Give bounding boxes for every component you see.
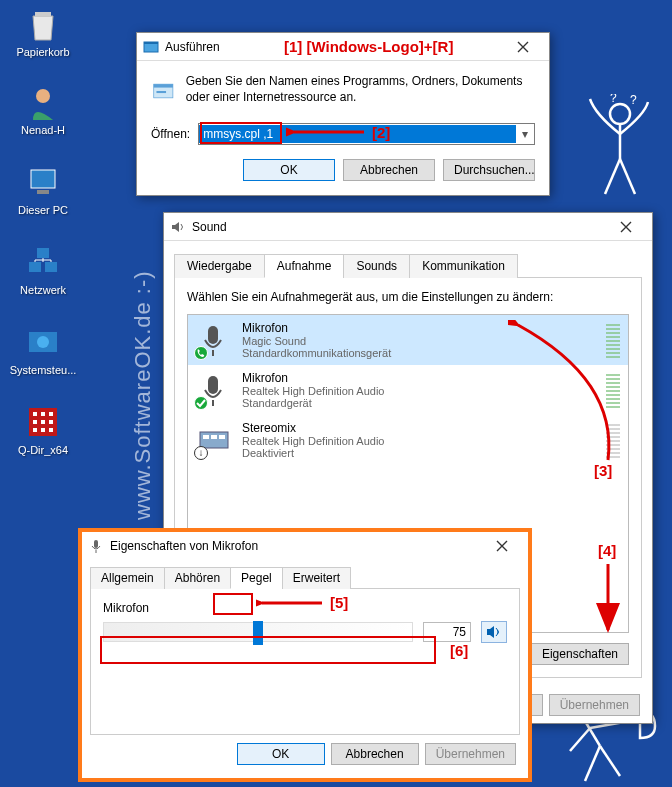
svg-rect-4 [29,262,41,272]
down-badge-icon: ↓ [194,446,208,460]
chevron-down-icon[interactable]: ▾ [516,127,534,141]
desktop-icon-netzwerk[interactable]: Netzwerk [8,242,78,296]
svg-rect-10 [33,412,37,416]
svg-rect-20 [144,42,158,44]
properties-button[interactable]: Eigenschaften [531,643,629,665]
run-description: Geben Sie den Namen eines Programms, Ord… [186,73,535,105]
svg-line-47 [570,728,590,751]
svg-point-8 [37,336,49,348]
sound-titlebar[interactable]: Sound [164,213,652,241]
desktop-icon-q-dir_x64[interactable]: Q-Dir_x64 [8,402,78,456]
speaker-icon [170,219,186,235]
svg-rect-32 [94,540,98,548]
close-icon[interactable] [606,214,646,240]
svg-rect-5 [45,262,57,272]
tab-wiedergabe[interactable]: Wiedergabe [174,254,265,278]
svg-rect-29 [203,435,209,439]
desktop-icon-dieser-pc[interactable]: Dieser PC [8,162,78,216]
apply-button[interactable]: Übernehmen [425,743,516,765]
apply-button[interactable]: Übernehmen [549,694,640,716]
properties-dialog: Eigenschaften von Mikrofon AllgemeinAbhö… [82,532,528,778]
slider-thumb[interactable] [253,621,263,645]
tab-allgemein[interactable]: Allgemein [90,567,165,589]
svg-rect-16 [33,428,37,432]
label: Netzwerk [8,284,78,296]
device-status: Deaktiviert [242,447,596,459]
svg-rect-17 [41,428,45,432]
label: Dieser PC [8,204,78,216]
svg-point-1 [36,89,50,103]
svg-rect-3 [37,190,49,194]
level-meter [606,322,620,358]
tab-pegel[interactable]: Pegel [230,567,283,589]
prop-title: Eigenschaften von Mikrofon [110,539,482,553]
mic-icon [88,538,104,554]
open-input[interactable] [199,125,516,143]
browse-button[interactable]: Durchsuchen... [443,159,535,181]
desktop-icon-systemsteu-[interactable]: Systemsteu... [8,322,78,376]
device-status: Standardkommunikationsgerät [242,347,596,359]
run-dialog: Ausführen Geben Sie den Namen eines Prog… [136,32,550,196]
svg-line-46 [600,746,620,776]
svg-rect-0 [35,12,51,16]
cancel-button[interactable]: Abbrechen [343,159,435,181]
svg-line-39 [605,159,620,194]
svg-rect-12 [49,412,53,416]
run-large-icon [151,73,176,109]
level-value[interactable] [423,622,471,642]
ok-button[interactable]: OK [243,159,335,181]
tab-sounds[interactable]: Sounds [343,254,410,278]
device-item[interactable]: ↓StereomixRealtek High Definition AudioD… [188,415,628,465]
phone-badge-icon [194,346,208,360]
svg-rect-23 [156,91,166,93]
device-name: Mikrofon [242,371,596,385]
svg-rect-30 [211,435,217,439]
device-driver: Magic Sound [242,335,596,347]
device-icon [196,322,232,358]
device-driver: Realtek High Definition Audio [242,385,596,397]
desktop-icon-nenad-h[interactable]: Nenad-H [8,82,78,136]
svg-rect-6 [37,248,49,258]
svg-rect-31 [219,435,225,439]
level-meter [606,422,620,458]
svg-line-45 [585,746,600,781]
run-icon [143,39,159,55]
prop-titlebar[interactable]: Eigenschaften von Mikrofon [82,532,528,560]
svg-line-40 [620,159,635,194]
tab-kommunikation[interactable]: Kommunikation [409,254,518,278]
run-title: Ausführen [165,40,503,54]
level-slider[interactable] [103,622,413,642]
svg-rect-15 [49,420,53,424]
tab-abhören[interactable]: Abhören [164,567,231,589]
desktop-icon-papierkorb[interactable]: Papierkorb [8,4,78,58]
open-label: Öffnen: [151,127,190,141]
icon [23,4,63,44]
tab-aufnahme[interactable]: Aufnahme [264,254,345,278]
label: Nenad-H [8,124,78,136]
run-titlebar[interactable]: Ausführen [137,33,549,61]
stick-figure: ?? [570,94,660,204]
open-combobox[interactable]: ▾ [198,123,535,145]
ok-button[interactable]: OK [237,743,325,765]
mute-button[interactable] [481,621,507,643]
svg-rect-18 [49,428,53,432]
sound-tabs: WiedergabeAufnahmeSoundsKommunikation [174,253,642,278]
svg-rect-2 [31,170,55,188]
label: Papierkorb [8,46,78,58]
properties-dialog-frame: Eigenschaften von Mikrofon AllgemeinAbhö… [78,528,532,782]
device-item[interactable]: MikrofonMagic SoundStandardkommunikation… [188,315,628,365]
svg-rect-22 [154,84,173,87]
sound-prompt: Wählen Sie ein Aufnahmegerät aus, um die… [187,290,629,304]
check-badge-icon [194,396,208,410]
cancel-button[interactable]: Abbrechen [331,743,419,765]
icon [23,242,63,282]
svg-rect-26 [208,376,218,394]
device-driver: Realtek High Definition Audio [242,435,596,447]
close-icon[interactable] [503,34,543,60]
device-status: Standardgerät [242,397,596,409]
close-icon[interactable] [482,533,522,559]
tab-erweitert[interactable]: Erweitert [282,567,351,589]
label: Systemsteu... [8,364,78,376]
device-item[interactable]: MikrofonRealtek High Definition AudioSta… [188,365,628,415]
device-icon [196,372,232,408]
